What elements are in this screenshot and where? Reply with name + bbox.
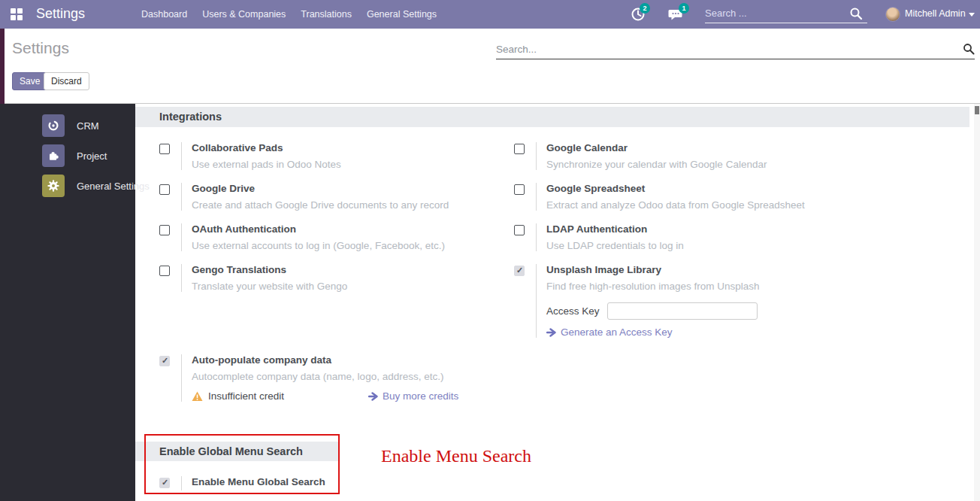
google-spreadsheet-checkbox[interactable] [514, 184, 525, 195]
setting-title: Google Drive [192, 183, 449, 194]
oauth-checkbox[interactable] [159, 225, 170, 235]
menu-item-general-settings[interactable]: General Settings [359, 0, 444, 29]
setting-title: Collaborative Pads [192, 142, 341, 153]
top-navbar: Settings Dashboard Users & Companies Tra… [0, 0, 980, 29]
unsplash-checkbox[interactable] [514, 266, 525, 276]
discard-button[interactable]: Discard [44, 72, 89, 90]
save-button[interactable]: Save [12, 72, 47, 90]
setting-title: Auto-populate company data [192, 354, 458, 366]
setting-title: Google Calendar [546, 142, 767, 153]
settings-sidebar: CRM Project [0, 104, 135, 501]
warning-icon [192, 391, 203, 402]
user-avatar[interactable] [885, 7, 900, 22]
navbar-menu: Dashboard Users & Companies Translations… [134, 0, 444, 29]
menu-item-dashboard[interactable]: Dashboard [134, 0, 195, 29]
sidebar-item-general-settings[interactable]: General Settings [0, 172, 135, 200]
vertical-scrollbar [974, 104, 980, 501]
setting-gengo-translations: Gengo Translations Translate your websit… [159, 264, 347, 292]
sidebar-item-project[interactable]: Project [0, 141, 135, 170]
enable-menu-search-checkbox[interactable] [159, 478, 170, 488]
setting-collaborative-pads: Collaborative Pads Use external pads in … [159, 142, 341, 170]
google-calendar-checkbox[interactable] [514, 144, 525, 154]
setting-description: Extract and analyze Odoo data from Googl… [546, 199, 805, 211]
crm-handshake-icon [42, 114, 65, 137]
page-title: Settings [12, 39, 69, 57]
arrow-right-icon [546, 328, 556, 337]
link-label: Generate an Access Key [561, 326, 673, 338]
settings-page: Settings Dashboard Users & Companies Tra… [0, 0, 980, 501]
navbar-search [705, 4, 867, 23]
scrollbar-thumb[interactable] [975, 106, 979, 114]
setting-google-calendar: Google Calendar Synchronize your calenda… [514, 142, 767, 170]
apps-grid-icon[interactable] [11, 8, 23, 20]
menu-search-section-header: Enable Global Menu Search [135, 442, 340, 461]
setting-description: Autocomplete company data (name, logo, a… [192, 371, 458, 382]
arrow-right-icon [368, 392, 378, 401]
annotation-text: Enable Menu Search [381, 446, 531, 466]
setting-description: Synchronize your calendar with Google Ca… [546, 159, 767, 170]
ldap-checkbox[interactable] [514, 225, 525, 235]
setting-description: Find free high-resolution images from Un… [546, 281, 760, 292]
settings-search [496, 39, 975, 59]
menu-item-users-companies[interactable]: Users & Companies [195, 0, 293, 29]
sidebar-item-label: Project [77, 150, 107, 162]
user-caret-down-icon[interactable] [969, 13, 975, 17]
setting-google-spreadsheet: Google Spreadsheet Extract and analyze O… [514, 183, 805, 211]
navbar-search-icon[interactable] [849, 7, 863, 20]
setting-title: Enable Menu Global Search [192, 476, 325, 487]
navbar-search-input[interactable] [705, 4, 867, 23]
auto-populate-checkbox[interactable] [159, 356, 170, 366]
gengo-checkbox[interactable] [159, 266, 170, 276]
setting-title: Google Spreadsheet [546, 183, 805, 194]
navbar-app-title: Settings [36, 6, 85, 22]
setting-title: LDAP Authentication [546, 223, 684, 235]
setting-title: Unsplash Image Library [546, 264, 760, 275]
access-key-input[interactable] [607, 302, 758, 320]
settings-search-input[interactable] [496, 39, 947, 59]
message-count-badge: 1 [679, 3, 689, 14]
user-menu[interactable]: Mitchell Admin [905, 8, 966, 19]
header-separator [0, 103, 980, 104]
setting-oauth-authentication: OAuth Authentication Use external accoun… [159, 223, 445, 251]
activity-count-badge: 2 [640, 3, 650, 14]
setting-description: Translate your website with Gengo [192, 281, 347, 292]
setting-description: Use LDAP credentials to log in [546, 240, 684, 251]
setting-enable-menu-global-search: Enable Menu Global Search [159, 476, 325, 490]
setting-title: Gengo Translations [192, 264, 347, 275]
setting-description: Use external accounts to log in (Google,… [192, 240, 445, 251]
setting-title: OAuth Authentication [192, 223, 445, 235]
access-key-label: Access Key [546, 305, 600, 317]
setting-ldap-authentication: LDAP Authentication Use LDAP credentials… [514, 223, 684, 251]
collaborative-pads-checkbox[interactable] [159, 144, 170, 154]
setting-auto-populate-company-data: Auto-populate company data Autocomplete … [159, 354, 458, 402]
project-puzzle-icon [42, 144, 65, 167]
integrations-section-header: Integrations [135, 107, 969, 127]
setting-description: Create and attach Google Drive documents… [192, 199, 449, 211]
buy-more-credits-link[interactable]: Buy more credits [368, 390, 458, 402]
google-drive-checkbox[interactable] [159, 184, 170, 195]
setting-google-drive: Google Drive Create and attach Google Dr… [159, 183, 449, 211]
sidebar-item-label: General Settings [77, 181, 150, 192]
generate-access-key-link[interactable]: Generate an Access Key [546, 326, 760, 338]
link-label: Buy more credits [383, 390, 458, 402]
insufficient-credit-label: Insufficient credit [208, 390, 284, 402]
menu-item-translations[interactable]: Translations [293, 0, 359, 29]
gear-icon [42, 175, 65, 197]
sidebar-item-label: CRM [77, 120, 99, 132]
settings-search-icon[interactable] [963, 43, 975, 55]
setting-description: Use external pads in Odoo Notes [192, 159, 341, 170]
sidebar-item-crm[interactable]: CRM [0, 111, 135, 140]
setting-unsplash-image-library: Unsplash Image Library Find free high-re… [514, 264, 760, 338]
